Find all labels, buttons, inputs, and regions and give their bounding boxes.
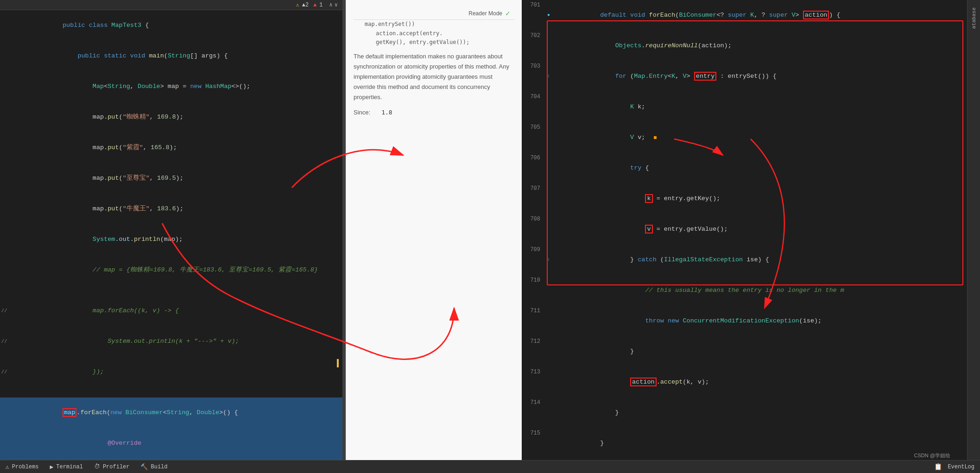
line-num bbox=[8, 387, 23, 397]
line-marker bbox=[0, 397, 8, 428]
line-content: System.out.println(map); bbox=[23, 224, 342, 255]
right-code-line: 714 } bbox=[522, 397, 967, 428]
line-marker bbox=[544, 214, 553, 245]
line-num bbox=[8, 326, 23, 357]
doc-signature: map.entrySet()) action.accept(entry. get… bbox=[354, 20, 514, 47]
line-content: try { bbox=[553, 153, 967, 183]
code-line: map.put("蜘蛛精", 169.8); bbox=[0, 102, 342, 132]
line-marker bbox=[544, 367, 553, 397]
line-content: } bbox=[553, 397, 967, 428]
error-count: 1 bbox=[319, 2, 322, 8]
right-code-line: 713 action.accept(k, v); bbox=[522, 367, 967, 397]
line-num bbox=[8, 102, 23, 132]
line-content: map.put("蜘蛛精", 169.8); bbox=[23, 102, 342, 132]
line-content: Objects.requireNonNull(action); bbox=[553, 31, 967, 61]
tab-build[interactable]: 🔨 Build bbox=[140, 463, 167, 471]
line-content: v = entry.getValue(); bbox=[553, 214, 967, 245]
line-content: action.accept(k, v); bbox=[553, 367, 967, 397]
event-log-icon: 📋 bbox=[934, 463, 942, 471]
line-num: 711 bbox=[522, 306, 544, 336]
line-content: // this usually means the entry is no lo… bbox=[553, 275, 967, 306]
nav-down-icon[interactable]: ∨ bbox=[335, 1, 338, 8]
tab-profiler[interactable]: ⏱ Profiler bbox=[94, 463, 130, 470]
warning-count: ▲2 bbox=[302, 2, 309, 8]
reader-mode-check[interactable]: ✓ bbox=[505, 8, 511, 19]
line-content: map.forEach((k, v) -> { bbox=[23, 296, 342, 326]
right-code-line: 712 } bbox=[522, 336, 967, 367]
csdn-watermark: CSDN @学姐给 bbox=[914, 452, 950, 459]
line-num bbox=[8, 132, 23, 163]
line-num: 707 bbox=[522, 183, 544, 214]
nav-up-icon[interactable]: ∧ bbox=[329, 1, 333, 8]
line-marker bbox=[544, 397, 553, 428]
reader-mode-label: Reader Mode bbox=[468, 9, 502, 18]
line-content: } catch (IllegalStateException ise) { bbox=[553, 245, 967, 275]
line-num bbox=[8, 163, 23, 194]
line-content bbox=[23, 285, 342, 296]
line-content: public class MapTest3 { bbox=[23, 10, 342, 41]
line-marker: // bbox=[0, 357, 8, 387]
line-content: } bbox=[553, 336, 967, 367]
error-icon: ▲ bbox=[313, 2, 316, 8]
keyword: public bbox=[63, 22, 89, 29]
tab-terminal[interactable]: ▶ Terminal bbox=[50, 463, 82, 471]
line-num: 702 bbox=[522, 31, 544, 61]
code-line: // map = {蜘蛛精=169.8, 牛魔王=183.6, 至尊宝=169.… bbox=[0, 255, 342, 285]
line-content: map.forEach(new BiConsumer<String, Doubl… bbox=[23, 397, 342, 428]
bottom-right: 📋 EventLog bbox=[934, 463, 974, 471]
tab-build-label: Build bbox=[151, 464, 167, 470]
line-marker bbox=[0, 459, 8, 460]
line-content: System.out.println(k + "--->" + v); bbox=[23, 326, 342, 357]
doc-panel: Reader Mode ✓ map.entrySet()) action.acc… bbox=[346, 0, 522, 460]
right-code-line: 706 try { bbox=[522, 153, 967, 183]
code-line: // map.forEach((k, v) -> { bbox=[0, 296, 342, 326]
line-content: } bbox=[553, 428, 967, 459]
line-marker bbox=[0, 224, 8, 255]
code-line: // System.out.println(k + "--->" + v); bbox=[0, 326, 342, 357]
line-marker-701: ● bbox=[544, 0, 553, 31]
keyword: class bbox=[89, 22, 112, 29]
right-code-line: 702 Objects.requireNonNull(action); bbox=[522, 31, 967, 61]
code-panel-right: 701 ● default void forEach(BiConsumer<? … bbox=[522, 0, 967, 460]
warning-indicator bbox=[337, 359, 339, 367]
line-num: 713 bbox=[522, 367, 544, 397]
code-line: // }); bbox=[0, 357, 342, 387]
database-tab[interactable]: atabase bbox=[969, 4, 979, 32]
right-code-line: 705 V v; bbox=[522, 122, 967, 153]
line-content: // map = {蜘蛛精=169.8, 牛魔王=183.6, 至尊宝=169.… bbox=[23, 255, 342, 285]
since-label: Since: bbox=[354, 108, 370, 118]
bottom-bar: ⚠ Problems ▶ Terminal ⏱ Profiler 🔨 Build… bbox=[0, 460, 980, 473]
line-num: 709 bbox=[522, 245, 544, 275]
code-line: public class MapTest3 { bbox=[0, 10, 342, 41]
nav-arrows[interactable]: ∧ ∨ bbox=[329, 1, 338, 8]
line-num: 710 bbox=[522, 275, 544, 306]
code-line: Map<String, Double> map = new HashMap<>(… bbox=[0, 71, 342, 102]
sig-line1: map.entrySet()) bbox=[354, 20, 514, 29]
code-lines-right: 701 ● default void forEach(BiConsumer<? … bbox=[522, 0, 967, 459]
line-content: map.put("牛魔王", 183.6); bbox=[23, 194, 342, 224]
code-line: map.put("至尊宝", 169.5); bbox=[0, 163, 342, 194]
line-num: 714 bbox=[522, 397, 544, 428]
line-num bbox=[8, 41, 23, 71]
doc-since: Since: 1.8 bbox=[354, 108, 514, 118]
line-num: 708 bbox=[522, 214, 544, 245]
main-container: ⚠ ▲2 ▲ 1 ∧ ∨ public class MapTest3 { bbox=[0, 0, 980, 460]
build-icon: 🔨 bbox=[140, 463, 148, 471]
line-content: @Override bbox=[23, 428, 342, 459]
line-num: 703 bbox=[522, 61, 544, 92]
line-content: K k; bbox=[553, 92, 967, 122]
line-marker bbox=[0, 428, 8, 459]
line-marker bbox=[0, 194, 8, 224]
code-line bbox=[0, 387, 342, 397]
code-line: map.put("牛魔王", 183.6); bbox=[0, 194, 342, 224]
right-code-line: 707 k = entry.getKey(); bbox=[522, 183, 967, 214]
code-line: System.out.println(map); bbox=[0, 224, 342, 255]
line-marker bbox=[544, 275, 553, 306]
tab-problems[interactable]: ⚠ Problems bbox=[6, 463, 38, 471]
reader-mode-bar: Reader Mode ✓ bbox=[354, 7, 514, 20]
tab-problems-label: Problems bbox=[12, 464, 39, 470]
right-code-line: 708 v = entry.getValue(); bbox=[522, 214, 967, 245]
line-marker bbox=[544, 428, 553, 459]
warning-icon: ⚠ bbox=[296, 1, 299, 8]
line-marker bbox=[544, 31, 553, 61]
